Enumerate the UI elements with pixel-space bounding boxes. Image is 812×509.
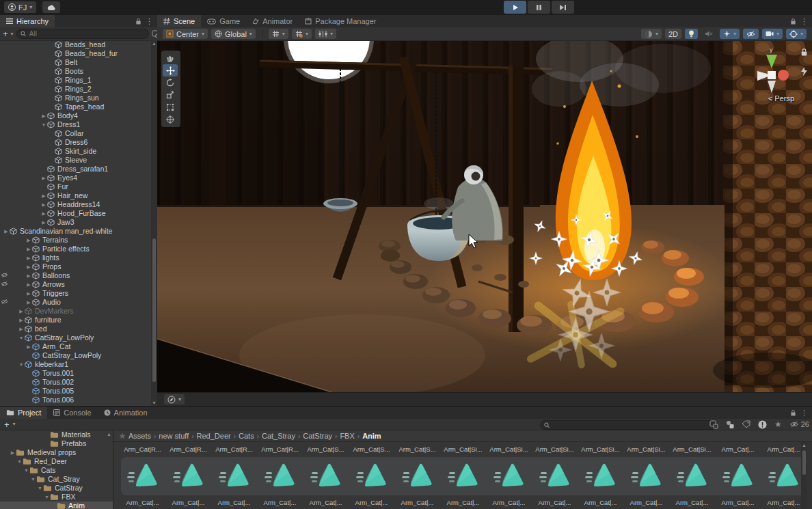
hierarchy-item[interactable]: ▶ Props: [0, 262, 157, 271]
grid-visibility-button[interactable]: ▾: [269, 29, 288, 39]
project-search-input[interactable]: [552, 421, 713, 430]
animation-clip-item[interactable]: [120, 457, 165, 495]
project-search[interactable]: [540, 420, 717, 430]
asset-label[interactable]: Arm_Cat|...: [120, 499, 165, 506]
scroll-down-icon[interactable]: ▼: [152, 400, 157, 405]
expand-arrow[interactable]: ▶: [40, 174, 47, 182]
rect-tool-button[interactable]: [163, 101, 178, 113]
asset-label[interactable]: Arm_Cat|...: [303, 499, 349, 506]
hierarchy-item[interactable]: Tapes_head: [0, 102, 157, 111]
tool-handle-pivot-button[interactable]: Center▾: [163, 29, 208, 39]
breadcrumb-item[interactable]: new stuff: [159, 432, 189, 440]
folder-item[interactable]: Prefabs: [0, 439, 113, 448]
tab-console[interactable]: Console: [47, 407, 97, 419]
breadcrumb-item[interactable]: Cats: [239, 432, 254, 440]
asset-label[interactable]: Arm_Cat|...: [394, 499, 440, 506]
search-by-type-icon[interactable]: [726, 420, 734, 429]
step-button[interactable]: [552, 1, 574, 14]
breadcrumb-item[interactable]: Assets: [128, 432, 151, 440]
tab-animator[interactable]: Animator: [246, 15, 299, 27]
hierarchy-item[interactable]: ▶ Eyes4: [0, 174, 157, 182]
tab-scene[interactable]: Scene: [157, 15, 201, 27]
asset-label[interactable]: Arm_Cat|S...: [303, 445, 349, 453]
asset-label[interactable]: Arm_Cat|Si...: [486, 445, 532, 453]
hierarchy-item[interactable]: ▶ Hair_new: [0, 191, 157, 200]
animation-clip-item[interactable]: [394, 457, 440, 495]
expand-arrow[interactable]: ▼: [23, 466, 29, 475]
expand-arrow[interactable]: ▼: [16, 457, 23, 466]
hierarchy-item[interactable]: ▶ bed: [0, 325, 157, 333]
asset-label[interactable]: Arm_Cat|...: [440, 499, 486, 506]
panel-menu-icon[interactable]: ⋮: [800, 409, 808, 417]
lock-icon[interactable]: [790, 409, 796, 417]
animation-clip-item[interactable]: [761, 457, 807, 495]
cloud-services-button[interactable]: [42, 1, 60, 13]
effects-dropdown-button[interactable]: ▾: [720, 29, 740, 39]
tab-project[interactable]: Project: [0, 407, 47, 419]
animation-clip-item[interactable]: [669, 457, 715, 495]
hierarchy-item[interactable]: Rings_2: [0, 85, 157, 94]
folder-item[interactable]: ▼ Cats: [0, 466, 113, 475]
asset-label[interactable]: Arm_Cat|...: [532, 499, 578, 506]
hierarchy-item[interactable]: ▶ furniture: [0, 316, 157, 325]
hierarchy-item[interactable]: Rings_sun: [0, 94, 157, 102]
hierarchy-item[interactable]: Skirt_side: [0, 147, 157, 156]
asset-label[interactable]: Arm_Cat|...: [165, 499, 211, 506]
draw-mode-button[interactable]: ▾: [641, 29, 662, 39]
animation-clip-item[interactable]: [211, 457, 257, 495]
folder-item[interactable]: Anim: [0, 501, 113, 509]
hidden-eye-icon[interactable]: [1, 299, 8, 305]
audio-toggle-button[interactable]: [701, 29, 716, 39]
projection-label[interactable]: < Persp: [768, 94, 794, 102]
label-tag-icon[interactable]: [742, 420, 750, 428]
asset-label[interactable]: Arm_Cat|...: [669, 499, 715, 506]
camera-preview-button[interactable]: ▾: [164, 394, 185, 404]
rotate-tool-button[interactable]: [163, 77, 178, 89]
asset-label[interactable]: Arm_Cat|R...: [120, 445, 165, 453]
folder-item[interactable]: ▼ Red_Deer: [0, 457, 113, 466]
animation-clip-item[interactable]: [349, 457, 394, 495]
panel-menu-icon[interactable]: ⋮: [146, 17, 153, 26]
asset-label[interactable]: Arm_Cat|Si...: [578, 445, 623, 453]
asset-label[interactable]: Arm_Cat|R...: [165, 445, 211, 453]
tab-package-manager[interactable]: Package Manager: [299, 15, 382, 27]
expand-arrow[interactable]: ▼: [30, 475, 36, 484]
hierarchy-item[interactable]: Rings_1: [0, 76, 157, 85]
expand-arrow[interactable]: ▶: [25, 253, 32, 262]
lock-icon[interactable]: [135, 18, 141, 25]
scene-visibility-toggle[interactable]: [743, 29, 759, 39]
animation-clip-item[interactable]: [715, 457, 761, 495]
asset-label[interactable]: Arm_Cat|...: [257, 499, 303, 506]
folder-item[interactable]: ▼ CatStray: [0, 484, 113, 493]
snap-increment-button[interactable]: ▾: [315, 29, 336, 39]
expand-arrow[interactable]: ▶: [25, 298, 32, 307]
asset-label[interactable]: Arm_Cat|...: [578, 499, 623, 506]
view-tool-button[interactable]: [163, 52, 178, 64]
animation-clip-item[interactable]: [578, 457, 623, 495]
tool-handle-rotation-button[interactable]: Global▾: [211, 29, 256, 39]
hierarchy-item[interactable]: Belt: [0, 58, 157, 67]
hierarchy-item[interactable]: ▶ lights: [0, 253, 157, 262]
asset-label[interactable]: Arm_Cat|Si...: [440, 445, 486, 453]
hierarchy-item[interactable]: Fur: [0, 182, 157, 191]
expand-arrow[interactable]: ▶: [25, 245, 32, 253]
animation-clip-item[interactable]: [623, 457, 669, 495]
hierarchy-item[interactable]: CatStray_LowPoly: [0, 351, 157, 360]
scene-viewport[interactable]: y < Persp: [157, 41, 812, 392]
hierarchy-item[interactable]: ▶ Scandinavian man_red-white: [0, 227, 157, 236]
camera-view-button[interactable]: ▾: [762, 29, 783, 39]
asset-label[interactable]: Arm_Cat|...: [349, 499, 394, 506]
hierarchy-item[interactable]: Beads_head_fur: [0, 49, 157, 58]
hierarchy-item[interactable]: Sleeve: [0, 156, 157, 165]
lock-icon[interactable]: [800, 48, 808, 57]
expand-arrow[interactable]: ▼: [37, 484, 43, 493]
lightning-icon[interactable]: [800, 67, 808, 76]
pause-button[interactable]: [528, 1, 550, 14]
animation-clip-item[interactable]: [486, 457, 532, 495]
lock-icon[interactable]: [790, 18, 796, 25]
hierarchy-item[interactable]: Torus.001: [0, 369, 157, 378]
hierarchy-item[interactable]: ▶ Balloons: [0, 271, 157, 280]
scale-tool-button[interactable]: [163, 89, 178, 101]
move-tool-button[interactable]: [163, 64, 178, 77]
expand-arrow[interactable]: ▶: [25, 289, 32, 298]
